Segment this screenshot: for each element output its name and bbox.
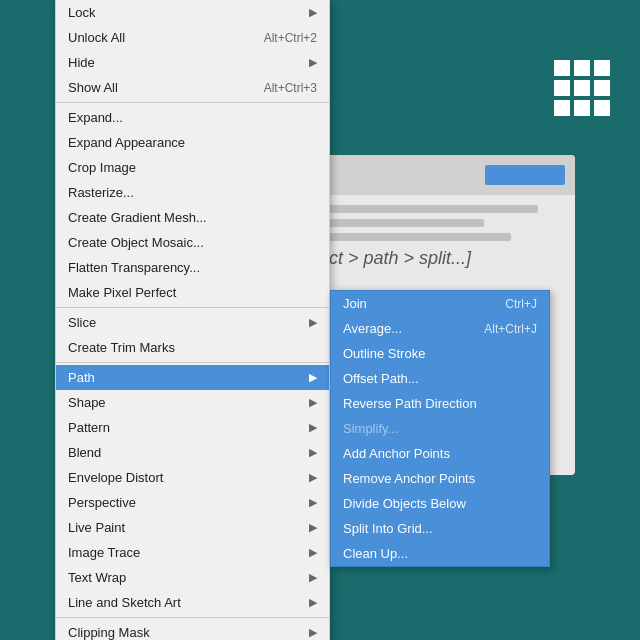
menu-item-envelope-distort[interactable]: Envelope Distort▶ bbox=[56, 465, 329, 490]
menu-item-line-sketch-art[interactable]: Line and Sketch Art▶ bbox=[56, 590, 329, 615]
menu-item-arrow-clipping-mask: ▶ bbox=[309, 626, 317, 639]
menu-item-hide[interactable]: Hide▶ bbox=[56, 50, 329, 75]
menu-item-label-rasterize: Rasterize... bbox=[68, 185, 317, 200]
menu-item-label-slice: Slice bbox=[68, 315, 304, 330]
submenu-item-divide-objects-below[interactable]: Divide Objects Below bbox=[331, 491, 549, 516]
object-menu: Lock▶Unlock AllAlt+Ctrl+2Hide▶Show AllAl… bbox=[55, 0, 330, 640]
menu-item-live-paint[interactable]: Live Paint▶ bbox=[56, 515, 329, 540]
menu-item-clipping-mask[interactable]: Clipping Mask▶ bbox=[56, 620, 329, 640]
menu-item-label-create-trim-marks: Create Trim Marks bbox=[68, 340, 317, 355]
menu-item-label-lock: Lock bbox=[68, 5, 304, 20]
menu-item-expand[interactable]: Expand... bbox=[56, 105, 329, 130]
menu-item-label-pattern: Pattern bbox=[68, 420, 304, 435]
submenu-item-add-anchor-points[interactable]: Add Anchor Points bbox=[331, 441, 549, 466]
submenu-item-label-offset-path: Offset Path... bbox=[343, 371, 537, 386]
submenu-item-join[interactable]: JoinCtrl+J bbox=[331, 291, 549, 316]
submenu-item-shortcut-average: Alt+Ctrl+J bbox=[484, 322, 537, 336]
submenu-item-label-divide-objects-below: Divide Objects Below bbox=[343, 496, 537, 511]
menu-item-label-image-trace: Image Trace bbox=[68, 545, 304, 560]
menu-item-label-text-wrap: Text Wrap bbox=[68, 570, 304, 585]
menu-item-arrow-image-trace: ▶ bbox=[309, 546, 317, 559]
menu-item-arrow-shape: ▶ bbox=[309, 396, 317, 409]
submenu-item-split-into-grid[interactable]: Split Into Grid... bbox=[331, 516, 549, 541]
menu-item-show-all[interactable]: Show AllAlt+Ctrl+3 bbox=[56, 75, 329, 100]
menu-item-label-expand-appearance: Expand Appearance bbox=[68, 135, 317, 150]
menu-item-create-trim-marks[interactable]: Create Trim Marks bbox=[56, 335, 329, 360]
submenu-item-label-clean-up: Clean Up... bbox=[343, 546, 537, 561]
submenu-item-label-split-into-grid: Split Into Grid... bbox=[343, 521, 537, 536]
menu-item-arrow-live-paint: ▶ bbox=[309, 521, 317, 534]
menu-item-unlock-all[interactable]: Unlock AllAlt+Ctrl+2 bbox=[56, 25, 329, 50]
submenu-item-label-join: Join bbox=[343, 296, 505, 311]
menu-item-create-object-mosaic[interactable]: Create Object Mosaic... bbox=[56, 230, 329, 255]
submenu-item-label-average: Average... bbox=[343, 321, 484, 336]
menu-item-label-envelope-distort: Envelope Distort bbox=[68, 470, 304, 485]
menu-item-arrow-path: ▶ bbox=[309, 371, 317, 384]
menu-item-label-flatten-transparency: Flatten Transparency... bbox=[68, 260, 317, 275]
menu-item-create-gradient-mesh[interactable]: Create Gradient Mesh... bbox=[56, 205, 329, 230]
menu-item-arrow-blend: ▶ bbox=[309, 446, 317, 459]
menu-item-perspective[interactable]: Perspective▶ bbox=[56, 490, 329, 515]
menu-item-label-blend: Blend bbox=[68, 445, 304, 460]
submenu-item-remove-anchor-points[interactable]: Remove Anchor Points bbox=[331, 466, 549, 491]
menu-item-label-create-gradient-mesh: Create Gradient Mesh... bbox=[68, 210, 317, 225]
submenu-item-average[interactable]: Average...Alt+Ctrl+J bbox=[331, 316, 549, 341]
menu-item-label-line-sketch-art: Line and Sketch Art bbox=[68, 595, 304, 610]
menu-item-label-hide: Hide bbox=[68, 55, 304, 70]
submenu-item-label-reverse-path-direction: Reverse Path Direction bbox=[343, 396, 537, 411]
menu-item-arrow-slice: ▶ bbox=[309, 316, 317, 329]
submenu-item-reverse-path-direction[interactable]: Reverse Path Direction bbox=[331, 391, 549, 416]
submenu-item-shortcut-join: Ctrl+J bbox=[505, 297, 537, 311]
submenu-item-label-outline-stroke: Outline Stroke bbox=[343, 346, 537, 361]
menu-item-label-crop-image: Crop Image bbox=[68, 160, 317, 175]
menu-item-flatten-transparency[interactable]: Flatten Transparency... bbox=[56, 255, 329, 280]
menu-item-arrow-hide: ▶ bbox=[309, 56, 317, 69]
menu-item-arrow-line-sketch-art: ▶ bbox=[309, 596, 317, 609]
menu-item-arrow-text-wrap: ▶ bbox=[309, 571, 317, 584]
menu-item-text-wrap[interactable]: Text Wrap▶ bbox=[56, 565, 329, 590]
path-submenu: JoinCtrl+JAverage...Alt+Ctrl+JOutline St… bbox=[330, 290, 550, 567]
submenu-item-label-add-anchor-points: Add Anchor Points bbox=[343, 446, 537, 461]
menu-item-rasterize[interactable]: Rasterize... bbox=[56, 180, 329, 205]
grid-icon bbox=[554, 60, 610, 116]
submenu-item-clean-up[interactable]: Clean Up... bbox=[331, 541, 549, 566]
menu-item-slice[interactable]: Slice▶ bbox=[56, 310, 329, 335]
submenu-item-label-simplify: Simplify... bbox=[343, 421, 537, 436]
menu-item-path[interactable]: Path▶ bbox=[56, 365, 329, 390]
menu-item-shortcut-unlock-all: Alt+Ctrl+2 bbox=[264, 31, 317, 45]
menu-item-label-perspective: Perspective bbox=[68, 495, 304, 510]
menu-item-label-live-paint: Live Paint bbox=[68, 520, 304, 535]
menu-item-label-create-object-mosaic: Create Object Mosaic... bbox=[68, 235, 317, 250]
menu-item-label-expand: Expand... bbox=[68, 110, 317, 125]
submenu-item-label-remove-anchor-points: Remove Anchor Points bbox=[343, 471, 537, 486]
submenu-item-outline-stroke[interactable]: Outline Stroke bbox=[331, 341, 549, 366]
menu-item-lock[interactable]: Lock▶ bbox=[56, 0, 329, 25]
menu-item-label-shape: Shape bbox=[68, 395, 304, 410]
menu-item-pattern[interactable]: Pattern▶ bbox=[56, 415, 329, 440]
menu-item-expand-appearance[interactable]: Expand Appearance bbox=[56, 130, 329, 155]
menu-item-blend[interactable]: Blend▶ bbox=[56, 440, 329, 465]
submenu-item-simplify: Simplify... bbox=[331, 416, 549, 441]
menu-item-image-trace[interactable]: Image Trace▶ bbox=[56, 540, 329, 565]
menu-item-label-show-all: Show All bbox=[68, 80, 244, 95]
menu-item-arrow-pattern: ▶ bbox=[309, 421, 317, 434]
menu-item-label-unlock-all: Unlock All bbox=[68, 30, 244, 45]
menu-item-make-pixel-perfect[interactable]: Make Pixel Perfect bbox=[56, 280, 329, 305]
menu-item-arrow-envelope-distort: ▶ bbox=[309, 471, 317, 484]
menu-item-arrow-lock: ▶ bbox=[309, 6, 317, 19]
menu-item-crop-image[interactable]: Crop Image bbox=[56, 155, 329, 180]
menu-item-arrow-perspective: ▶ bbox=[309, 496, 317, 509]
menu-item-shortcut-show-all: Alt+Ctrl+3 bbox=[264, 81, 317, 95]
menu-item-label-make-pixel-perfect: Make Pixel Perfect bbox=[68, 285, 317, 300]
menu-item-label-clipping-mask: Clipping Mask bbox=[68, 625, 304, 640]
menu-item-shape[interactable]: Shape▶ bbox=[56, 390, 329, 415]
submenu-item-offset-path[interactable]: Offset Path... bbox=[331, 366, 549, 391]
menu-item-label-path: Path bbox=[68, 370, 304, 385]
